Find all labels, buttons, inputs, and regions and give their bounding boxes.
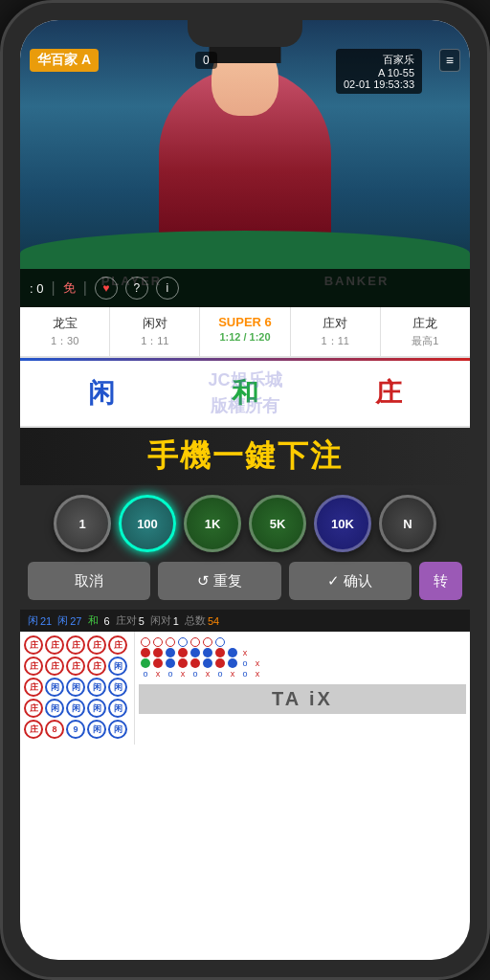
promo-banner: 手機一鍵下注: [20, 428, 470, 485]
hc: 闲: [108, 678, 127, 697]
stats-row: 闲 21 闲 27 和 6 庄对 5 闲对: [20, 610, 470, 632]
chip-100[interactable]: 100: [119, 495, 176, 552]
dot: [327, 669, 337, 679]
video-top-bar: 华百家 A 0 ≡: [20, 49, 470, 72]
dot: [153, 637, 163, 647]
hc: 庄: [66, 657, 85, 676]
stat-6: 6: [104, 615, 110, 627]
dot-o: o: [190, 669, 200, 679]
dot: [203, 658, 212, 668]
dot: [327, 658, 337, 668]
hc: 闲: [108, 699, 127, 718]
menu-button[interactable]: ≡: [439, 49, 460, 72]
dot-x: x: [228, 669, 237, 679]
banker-bet-zone[interactable]: 庄: [317, 375, 460, 412]
confirm-icon: ✓: [327, 572, 340, 590]
cancel-label: 取消: [75, 572, 103, 590]
phone-frame: 华百家 A 0 ≡ 百家乐 A 10-55 02-01 19:53:33: [0, 0, 490, 980]
side-bet-dragon[interactable]: 龙宝 1：30: [20, 307, 110, 356]
dot: [190, 658, 200, 668]
repeat-button[interactable]: ↺ 重复: [158, 562, 280, 600]
score-value: 0: [203, 54, 210, 67]
confirm-button[interactable]: ✓ 确认: [289, 562, 412, 600]
dot: [290, 658, 300, 668]
side-bets-row: 龙宝 1：30 闲对 1：11 SUPER 6 1:12 / 1:20 庄对 1…: [20, 307, 470, 358]
history-row-5: 庄 8 9 闲 闲: [24, 720, 130, 739]
history-circles: 庄 庄 庄 庄 庄 庄 庄 庄 庄 闲: [20, 632, 135, 745]
hc: 闲: [66, 699, 85, 718]
dot: [178, 637, 188, 647]
score-badge: 0: [195, 52, 217, 69]
chip-1[interactable]: 1: [54, 495, 111, 552]
dot: [377, 658, 387, 668]
hc: 庄: [24, 635, 43, 655]
dot: [290, 637, 300, 647]
dot: [265, 658, 275, 668]
dot: [228, 648, 237, 657]
history-dots: x: [135, 632, 470, 745]
chip-1k[interactable]: 1K: [184, 495, 241, 552]
side-bet-player-pair[interactable]: 闲对 1：11: [110, 307, 200, 356]
hc: 庄: [24, 678, 43, 697]
dot: [377, 669, 387, 679]
dot: [240, 637, 250, 647]
chip-10k[interactable]: 10K: [314, 495, 371, 552]
chip-n[interactable]: N: [379, 495, 436, 552]
betting-content: 龙宝 1：30 闲对 1：11 SUPER 6 1:12 / 1:20 庄对 1…: [20, 307, 470, 745]
history-row-4: 庄 闲 闲 闲 闲: [24, 699, 130, 718]
video-area: 华百家 A 0 ≡ 百家乐 A 10-55 02-01 19:53:33: [20, 20, 470, 307]
transfer-label: 转: [434, 572, 448, 590]
dot: [190, 648, 200, 657]
transfer-button[interactable]: 转: [419, 562, 462, 600]
info-icon[interactable]: i: [156, 277, 179, 300]
dot: [377, 648, 387, 657]
dot-o: o: [166, 669, 175, 679]
history-row-3: 庄 闲 闲 闲 闲: [24, 678, 130, 697]
stat-total: 总数 54: [185, 613, 219, 628]
dot: [327, 637, 337, 647]
dot-x: x: [178, 669, 188, 679]
vbb-score: : 0: [30, 281, 43, 296]
hc: 闲: [66, 678, 85, 697]
history-row-1: 庄 庄 庄 庄 庄: [24, 635, 130, 655]
dot: [352, 658, 362, 668]
chip-5k[interactable]: 5K: [249, 495, 306, 552]
hc: 闲: [87, 720, 106, 739]
dot: [340, 669, 349, 679]
cancel-button[interactable]: 取消: [28, 562, 150, 600]
side-bet-banker-pair[interactable]: 庄对 1：11: [291, 307, 381, 356]
tie-bet-zone[interactable]: 和: [173, 375, 317, 412]
player-bet-zone[interactable]: 闲: [30, 375, 173, 412]
side-bet-player-pair-label: 闲对: [114, 315, 195, 332]
side-bet-super6-ratio: 1:12 / 1:20: [204, 331, 285, 343]
dot: [153, 658, 163, 668]
history-section: 庄 庄 庄 庄 庄 庄 庄 庄 庄 闲: [20, 632, 470, 745]
hc: 闲: [45, 678, 64, 697]
question-icon[interactable]: ?: [125, 277, 148, 300]
heart-icon[interactable]: ♥: [95, 277, 118, 300]
dot: [228, 658, 237, 668]
dot: [315, 669, 324, 679]
dot: [253, 648, 262, 657]
dot: [215, 648, 225, 657]
hc: 庄: [45, 657, 64, 676]
side-bet-banker-dragon-label: 庄龙: [385, 315, 466, 332]
dot: [340, 658, 349, 668]
dot: [365, 669, 374, 679]
dots-grid: x: [139, 635, 466, 680]
stat-xian21: 闲 21: [28, 613, 52, 628]
side-bet-banker-dragon[interactable]: 庄龙 最高1: [381, 307, 470, 356]
vbb-free: 免: [63, 279, 76, 297]
hc: 庄: [87, 635, 106, 655]
hc: 庄: [24, 657, 43, 676]
dot: [141, 648, 150, 657]
dot: [153, 648, 163, 657]
hc: 闲: [87, 699, 106, 718]
dot-o: o: [141, 669, 150, 679]
side-bet-dragon-label: 龙宝: [24, 315, 105, 332]
hc: 庄: [45, 635, 64, 655]
dot: [166, 648, 175, 657]
hc: 闲: [45, 699, 64, 718]
side-bet-super6[interactable]: SUPER 6 1:12 / 1:20: [200, 307, 290, 356]
video-bottom-bar: : 0 | 免 | ♥ ? i: [20, 269, 470, 307]
